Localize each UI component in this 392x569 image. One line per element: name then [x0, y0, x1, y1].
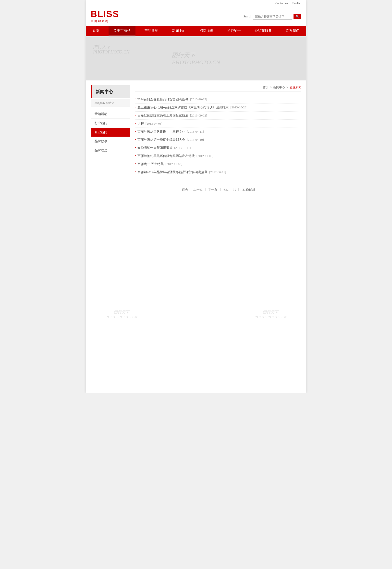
news-link[interactable]: 百丽丝家纺团队建设——三程文化 [2013-04-11] [138, 130, 204, 134]
nav-recruit[interactable]: 招贤纳士 [222, 26, 246, 36]
news-date: [2013-10-23] [190, 97, 207, 101]
news-link[interactable]: 百丽丝签约吴黑巡传媒专案网站发布链接 [2012-11-09] [138, 154, 213, 158]
lower-watermark-right: 图行天下 PHOTOPHOTO.CN [254, 310, 287, 319]
nav-dealer[interactable]: 经销商服务 [250, 26, 277, 36]
search-label: Search [243, 15, 251, 18]
nav-home[interactable]: 首页 [88, 26, 104, 36]
news-content-area: 首页 > 新闻中心 > 企业新闻 2014百丽丝春夏新品订货会圆满落幕 [201… [135, 85, 301, 192]
lower-section: 图行天下 PHOTOPHOTO.CN 图行天下 PHOTOPHOTO.CN [86, 197, 306, 393]
sidebar: 新闻中心 company profile 营销活动 行业新闻 企业新闻 品牌故事… [91, 85, 130, 192]
banner: 图行天下 PHOTOPHOTO.CN 图行天下 PHOTOPHOTO.CN [86, 36, 306, 80]
news-date: [2013-04-10] [187, 138, 204, 142]
news-date: [2013-04-11] [187, 130, 204, 134]
news-title: 百丽丝家纺团队建设——三程文化 [138, 130, 185, 134]
news-link[interactable]: 春季漕销年会新闻报道篇 [2013-01-11] [138, 146, 191, 150]
sidebar-item-company-news[interactable]: 企业新闻 [91, 128, 130, 137]
breadcrumb: 首页 > 新闻中心 > 企业新闻 [135, 85, 301, 92]
news-link[interactable]: 历程 [2013-07-03] [138, 121, 163, 126]
list-item: 百丽丝签约吴黑巡传媒专案网站发布链接 [2012-11-09] [135, 152, 301, 160]
top-bar: Contact us | English [86, 0, 306, 7]
sidebar-item-industry-news[interactable]: 行业新闻 [91, 119, 130, 128]
list-item: 百丽跳一 天生绝美 [2012-11-08] [135, 160, 301, 168]
nav-products[interactable]: 产品世界 [140, 26, 163, 36]
news-link[interactable]: 百丽丝家纺第一季度业绩表彰大会 [2013-04-10] [138, 138, 204, 142]
sidebar-item-marketing[interactable]: 营销活动 [91, 110, 130, 119]
list-item: 春季漕销年会新闻报道篇 [2013-01-11] [135, 144, 301, 152]
logo-sub: 百丽丝家纺 [91, 19, 109, 23]
news-title: 百丽跳一 天生绝美 [138, 162, 164, 166]
search-input[interactable] [253, 14, 292, 20]
news-date: [2013-01-11] [174, 146, 191, 150]
news-date: [2013-07-03] [146, 122, 162, 125]
news-list: 2014百丽丝春夏新品订货会圆满落幕 [2013-10-23] 魔王重生我心飞翔… [135, 95, 301, 176]
banner-watermark-center: 图行天下 PHOTOPHOTO.CN [172, 51, 220, 66]
search-area: Search 🔍 [243, 14, 301, 20]
main-nav: 首页 关于百丽丝 产品世界 新闻中心 招商加盟 招贤纳士 经销商服务 联系我们 [86, 26, 306, 36]
news-title: 百丽丝家纺第一季度业绩表彰大会 [138, 138, 185, 142]
nav-news[interactable]: 新闻中心 [167, 26, 191, 36]
pagination-prev[interactable]: 上一页 [193, 188, 203, 191]
list-item: 百丽丝2012年品牌峰会暨秋冬新品订货会圆满落幕 [2012-06-11] [135, 168, 301, 176]
banner-watermark-topleft: 图行天下 PHOTOPHOTO.CN [93, 44, 129, 55]
list-item: 百丽丝家纺第一季度业绩表彰大会 [2013-04-10] [135, 136, 301, 144]
contact-link[interactable]: Contact us [275, 1, 288, 5]
news-date: [2013-10-23] [230, 105, 247, 109]
news-title: 2014百丽丝春夏新品订货会圆满落幕 [138, 97, 188, 101]
nav-franchise[interactable]: 招商加盟 [195, 26, 218, 36]
pagination-last[interactable]: 尾页 [223, 188, 229, 191]
logo-area: BLISS 百丽丝家纺 [91, 10, 119, 23]
news-date: [2012-11-08] [165, 162, 182, 166]
list-item: 历程 [2013-07-03] [135, 120, 301, 128]
pagination-total: 共计：31条记录 [233, 188, 255, 191]
sidebar-item-brand-story[interactable]: 品牌故事 [91, 137, 130, 146]
news-title: 魔王重生我心飞翔--百丽丝家纺首届《六星研心态培训》圆满结束 [138, 105, 229, 109]
news-link[interactable]: 2014百丽丝春夏新品订货会圆满落幕 [2013-10-23] [138, 97, 207, 102]
news-date: [2013-09-02] [190, 114, 207, 117]
breadcrumb-home[interactable]: 首页 [263, 86, 268, 89]
header: BLISS 百丽丝家纺 Search 🔍 [86, 7, 306, 26]
sidebar-menu: 营销活动 行业新闻 企业新闻 品牌故事 品牌理念 [91, 110, 130, 155]
news-title: 百丽丝家纺隆重亮相上海国际家纺展 [138, 114, 188, 117]
news-link[interactable]: 百丽跳一 天生绝美 [2012-11-08] [138, 162, 182, 166]
breadcrumb-level2[interactable]: 新闻中心 [273, 86, 285, 89]
list-item: 百丽丝家纺隆重亮相上海国际家纺展 [2013-09-02] [135, 112, 301, 120]
list-item: 百丽丝家纺团队建设——三程文化 [2013-04-11] [135, 128, 301, 136]
sidebar-item-brand-philosophy[interactable]: 品牌理念 [91, 146, 130, 155]
news-title: 百丽丝2012年品牌峰会暨秋冬新品订货会圆满落幕 [138, 170, 208, 174]
nav-contact[interactable]: 联系我们 [281, 26, 304, 36]
news-link[interactable]: 百丽丝家纺隆重亮相上海国际家纺展 [2013-09-02] [138, 113, 207, 118]
news-title: 历程 [138, 122, 144, 125]
news-link[interactable]: 魔王重生我心飞翔--百丽丝家纺首届《六星研心态培训》圆满结束 [2013-10-… [138, 105, 247, 110]
nav-about[interactable]: 关于百丽丝 [109, 26, 136, 36]
topbar-divider: | [290, 1, 290, 5]
pagination: 首页 | 上一页 | 下一页 | 尾页 共计：31条记录 [135, 184, 301, 192]
lower-watermark-left: 图行天下 PHOTOPHOTO.CN [105, 310, 138, 319]
main-content: 新闻中心 company profile 营销活动 行业新闻 企业新闻 品牌故事… [86, 80, 306, 197]
news-date: [2012-11-09] [196, 154, 213, 158]
sidebar-title: 新闻中心 [91, 85, 130, 98]
sidebar-subtitle: company profile [91, 99, 130, 107]
news-date: [2012-06-11] [209, 170, 226, 174]
breadcrumb-current: 企业新闻 [290, 86, 301, 89]
logo-main: BLISS [91, 10, 119, 19]
lang-link[interactable]: English [292, 1, 301, 5]
pagination-next[interactable]: 下一页 [208, 188, 217, 191]
search-button[interactable]: 🔍 [294, 14, 301, 19]
news-title: 春季漕销年会新闻报道篇 [138, 146, 172, 150]
news-title: 百丽丝签约吴黑巡传媒专案网站发布链接 [138, 154, 195, 158]
news-link[interactable]: 百丽丝2012年品牌峰会暨秋冬新品订货会圆满落幕 [2012-06-11] [138, 170, 226, 174]
pagination-first[interactable]: 首页 [182, 188, 188, 191]
list-item: 2014百丽丝春夏新品订货会圆满落幕 [2013-10-23] [135, 95, 301, 104]
list-item: 魔王重生我心飞翔--百丽丝家纺首届《六星研心态培训》圆满结束 [2013-10-… [135, 104, 301, 112]
